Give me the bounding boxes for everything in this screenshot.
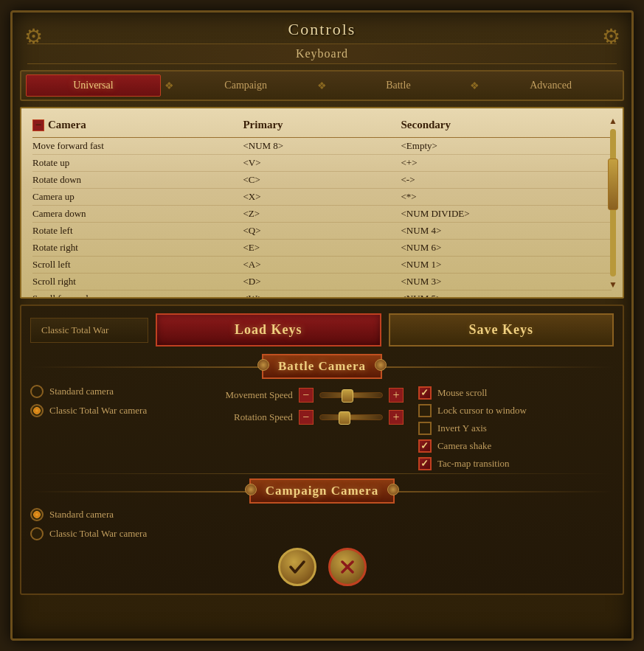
action-name: Scroll forward [32,293,243,297]
primary-key[interactable]: <V> [243,157,401,169]
tab-battle[interactable]: Battle [331,74,466,97]
secondary-key[interactable]: <NUM 5> [401,293,612,297]
tab-advanced[interactable]: Advanced [483,74,618,97]
secondary-key[interactable]: <NUM 3> [401,276,612,288]
tab-battle-label: Battle [386,80,410,91]
cancel-button[interactable] [328,548,367,586]
rotation-speed-thumb[interactable] [339,411,350,425]
table-row: Rotate right <E> <NUM 6> [32,240,612,257]
primary-key[interactable]: <Q> [243,225,401,237]
scroll-thumb[interactable] [608,159,618,210]
secondary-key[interactable]: <NUM 4> [401,225,612,237]
action-name: Rotate up [32,157,243,169]
scroll-up-arrow[interactable]: ▲ [608,116,618,126]
secondary-key[interactable]: <NUM 6> [401,242,612,254]
primary-key[interactable]: <E> [243,242,401,254]
primary-key[interactable]: <X> [243,191,401,203]
movement-speed-increase[interactable]: + [389,388,404,403]
keybinds-content-area: − Camera Primary Secondary Move forward … [20,107,624,299]
secondary-key[interactable]: <NUM 1> [401,259,612,271]
campaign-standard-camera-radio[interactable] [30,508,44,521]
scroll-track[interactable] [610,129,616,276]
battle-standard-camera-radio[interactable] [30,385,44,398]
campaign-classic-camera-radio[interactable] [30,527,44,540]
invert-y-option[interactable]: Invert Y axis [418,422,614,435]
battle-classic-camera-radio-dot [33,407,41,414]
action-name: Rotate down [32,174,243,186]
action-name: Scroll right [32,276,243,288]
battle-classic-camera-option[interactable]: Classic Total War camera [30,404,193,417]
table-row: Camera up <X> <*> [32,189,612,206]
tab-campaign[interactable]: Campaign [179,74,314,97]
tac-map-checkbox[interactable]: ✓ [418,457,432,470]
campaign-standard-radio-dot [33,511,41,518]
invert-y-label: Invert Y axis [437,422,487,434]
action-name: Camera up [32,191,243,203]
battle-standard-camera-label: Standard camera [49,386,114,397]
campaign-standard-camera-option[interactable]: Standard camera [30,508,614,521]
secondary-key[interactable]: <-> [401,174,612,186]
rotation-speed-decrease[interactable]: − [299,410,314,425]
action-name: Rotate right [32,242,243,254]
load-keys-button[interactable]: Load Keys [156,313,381,347]
camera-shake-check-icon: ✓ [420,440,429,452]
keybinds-table: − Camera Primary Secondary Move forward … [21,108,623,297]
collapse-camera-icon[interactable]: − [32,119,44,131]
camera-shake-checkbox[interactable]: ✓ [418,439,432,453]
tac-map-check-icon: ✓ [420,458,429,470]
movement-speed-track[interactable] [319,392,383,398]
table-row: Rotate up <V> <+> [32,155,612,172]
campaign-camera-title: Campaign Camera [249,478,395,504]
battle-camera-content: Standard camera Classic Total War camera… [30,385,614,470]
mouse-scroll-checkbox[interactable]: ✓ [418,386,432,400]
primary-key[interactable]: <A> [243,259,401,271]
tac-map-option[interactable]: ✓ Tac-map transition [418,457,614,470]
secondary-key[interactable]: <Empty> [401,140,612,152]
lock-cursor-checkbox[interactable] [418,404,432,417]
movement-speed-thumb[interactable] [342,389,353,403]
primary-key[interactable]: <Z> [243,208,401,220]
keybinds-header: − Camera Primary Secondary [32,116,612,138]
action-name: Camera down [32,208,243,220]
mouse-scroll-check-icon: ✓ [420,387,429,399]
secondary-key[interactable]: <+> [401,157,612,169]
primary-key[interactable]: <C> [243,174,401,186]
scroll-down-arrow[interactable]: ▼ [608,279,618,290]
rotation-speed-increase[interactable]: + [389,410,404,425]
action-name: Move forward fast [32,140,243,152]
campaign-camera-options: Standard camera Classic Total War camera [30,508,614,540]
invert-y-checkbox[interactable] [418,422,432,435]
movement-speed-decrease[interactable]: − [299,388,314,403]
scrollbar[interactable]: ▲ ▼ [606,116,620,290]
rotation-speed-row: Rotation Speed − + [208,410,404,425]
primary-key[interactable]: <NUM 8> [243,140,401,152]
movement-speed-label: Movement Speed [208,389,293,401]
primary-key[interactable]: <W> [243,293,401,297]
campaign-classic-camera-option[interactable]: Classic Total War camera [30,527,614,540]
tab-advanced-label: Advanced [530,80,572,91]
battle-classic-camera-radio[interactable] [30,404,44,417]
primary-key[interactable]: <D> [243,276,401,288]
camera-shake-option[interactable]: ✓ Camera shake [418,439,614,453]
lock-cursor-option[interactable]: Lock cursor to window [418,404,614,417]
battle-standard-camera-option[interactable]: Standard camera [30,385,193,398]
secondary-key[interactable]: <*> [401,191,612,203]
classic-total-war-label: Classic Total War [30,318,148,343]
rotation-speed-track[interactable] [319,414,383,420]
page-subtitle: Keyboard [27,47,617,60]
save-keys-button[interactable]: Save Keys [389,313,614,347]
main-container: ⚙ ⚙ Controls Keyboard Universal ❖ Campai… [10,10,634,641]
action-buttons [30,548,614,586]
tac-map-label: Tac-map transition [437,458,510,470]
subtitle-bar: Keyboard [27,43,617,64]
mouse-scroll-option[interactable]: ✓ Mouse scroll [418,386,614,400]
battle-camera-title-text: Battle Camera [278,359,366,373]
tab-universal-label: Universal [73,80,113,91]
secondary-key[interactable]: <NUM DIVIDE> [401,208,612,220]
ok-button[interactable] [278,548,316,586]
campaign-standard-camera-label: Standard camera [49,509,114,521]
tab-universal[interactable]: Universal [26,74,161,97]
gear-icon-tl: ⚙ [20,23,46,49]
col-camera-label: Camera [48,119,86,131]
rotation-speed-label: Rotation Speed [208,411,293,423]
